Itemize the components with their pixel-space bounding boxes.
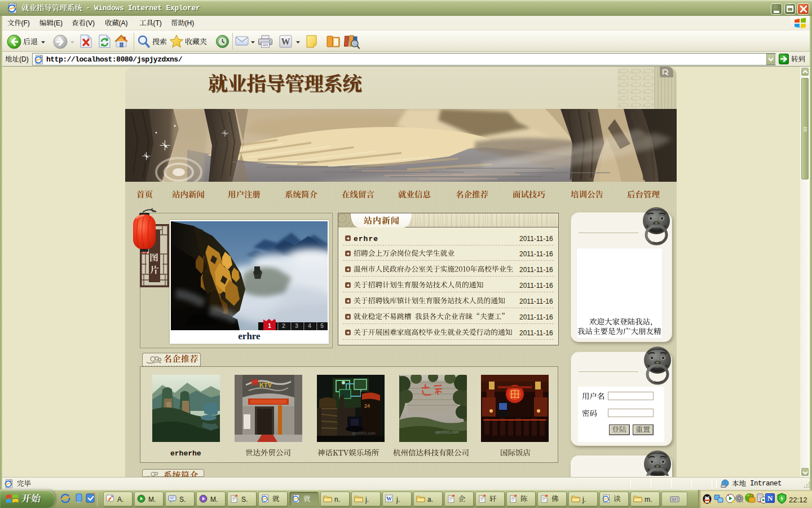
svg-text:24: 24 [364, 403, 370, 409]
svg-text:5: 5 [320, 323, 324, 329]
svg-text:qiezi001.com: qiezi001.com [435, 430, 458, 435]
svg-text:KTV: KTV [259, 382, 272, 388]
svg-text:4: 4 [308, 323, 311, 329]
svg-text:W: W [386, 496, 392, 502]
svg-text:2: 2 [282, 323, 285, 329]
svg-text:W: W [281, 37, 290, 46]
svg-text:3: 3 [295, 323, 298, 329]
svg-text:qiezi001.com: qiezi001.com [352, 431, 375, 436]
svg-text:1: 1 [268, 323, 271, 329]
